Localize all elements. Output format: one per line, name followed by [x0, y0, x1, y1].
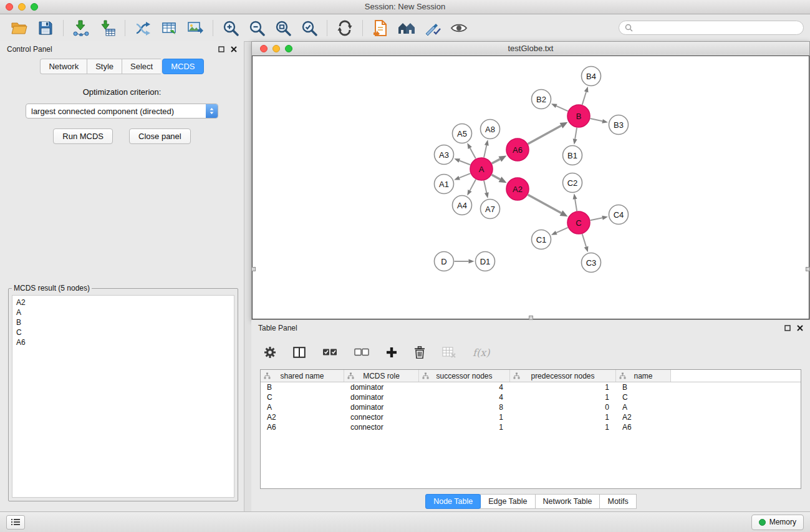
zoom-selected-icon — [301, 20, 317, 36]
edge-B-B3[interactable] — [591, 118, 603, 121]
column-header-predecessor-nodes[interactable]: predecessor nodes — [510, 370, 616, 382]
export-image-button[interactable] — [184, 17, 206, 39]
edge-A-A2[interactable] — [492, 175, 500, 179]
refresh-button[interactable] — [334, 17, 356, 39]
zoom-in-button[interactable] — [219, 17, 242, 39]
table-delete-icon — [442, 347, 456, 358]
deselect-all-button[interactable] — [354, 348, 369, 357]
control-panel-tab-network[interactable]: Network — [40, 59, 87, 74]
delete-column-button[interactable] — [414, 346, 425, 359]
delete-table-button[interactable] — [442, 347, 456, 358]
table-row[interactable]: Cdominator41C — [261, 392, 801, 402]
minimize-window-button[interactable] — [272, 45, 280, 52]
zoom-selected-button[interactable] — [298, 17, 321, 39]
control-panel-tab-style[interactable]: Style — [87, 59, 122, 74]
float-panel-button[interactable] — [218, 46, 224, 52]
titlebar: Session: New Session — [0, 0, 810, 14]
edge-A-A6[interactable] — [492, 159, 500, 163]
tab-motifs[interactable]: Motifs — [599, 494, 636, 509]
zoom-window-button[interactable] — [31, 3, 38, 11]
memory-button[interactable]: Memory — [751, 515, 804, 530]
new-network-button[interactable] — [132, 17, 154, 39]
column-header-mcds-role[interactable]: MCDS role — [344, 370, 419, 382]
import-network-button[interactable] — [70, 17, 92, 39]
table-row[interactable]: A6connector11A6 — [261, 422, 801, 432]
column-header-successor-nodes[interactable]: successor nodes — [419, 370, 510, 382]
mcds-result-item[interactable]: C — [16, 327, 230, 337]
column-header-name[interactable]: name — [616, 370, 671, 382]
mcds-result-item[interactable]: B — [16, 317, 230, 327]
edge-B-B4[interactable] — [582, 92, 586, 105]
close-panel-button-secondary[interactable]: Close panel — [129, 128, 191, 144]
float-icon — [218, 46, 224, 52]
run-mcds-button[interactable]: Run MCDS — [53, 128, 113, 144]
network-window-titlebar[interactable]: testGlobe.txt — [252, 42, 809, 56]
show-details-button[interactable] — [448, 17, 470, 39]
table-row[interactable]: A2connector11A2 — [261, 412, 801, 422]
float-panel-button[interactable] — [784, 325, 791, 331]
tab-node-table[interactable]: Node Table — [425, 494, 481, 509]
zoom-fit-button[interactable] — [272, 17, 294, 39]
open-session-button[interactable] — [8, 17, 31, 39]
add-column-button[interactable] — [386, 347, 397, 358]
table-settings-button[interactable] — [264, 346, 276, 359]
export-image-icon — [187, 21, 203, 36]
edge-B-B1[interactable] — [575, 128, 577, 139]
select-all-button[interactable] — [322, 348, 337, 357]
edge-B-B2[interactable] — [556, 106, 568, 111]
edge-A-A7[interactable] — [484, 181, 486, 193]
column-visibility-button[interactable] — [293, 347, 306, 358]
close-window-button[interactable] — [260, 45, 268, 52]
edge-C-C1[interactable] — [556, 228, 568, 233]
control-panel-tab-select[interactable]: Select — [122, 59, 161, 74]
control-panel-tab-mcds[interactable]: MCDS — [162, 59, 203, 74]
mcds-result-item[interactable]: A6 — [16, 337, 230, 347]
minimize-window-button[interactable] — [18, 3, 26, 11]
edge-C-C4[interactable] — [591, 218, 602, 220]
edge-A-A8[interactable] — [484, 145, 486, 158]
optimization-criterion-select[interactable]: largest connected component (directed) — [26, 104, 218, 118]
resize-handle[interactable] — [806, 267, 810, 271]
table-cell: 1 — [510, 392, 616, 402]
table-panel-title: Table Panel — [258, 324, 297, 332]
homes-button[interactable] — [395, 17, 418, 39]
mcds-result-list[interactable]: A2ABCA6 — [12, 295, 234, 498]
annotation-button[interactable] — [369, 17, 392, 39]
close-window-button[interactable] — [6, 3, 13, 11]
table-row[interactable]: Bdominator41B — [261, 382, 801, 392]
edge-arrowhead — [469, 259, 475, 264]
column-header-shared-name[interactable]: shared name — [261, 370, 344, 382]
edge-A-A5[interactable] — [470, 148, 476, 158]
resize-handle[interactable] — [251, 267, 256, 271]
edge-C-C3[interactable] — [582, 234, 586, 247]
tab-network-table[interactable]: Network Table — [535, 494, 600, 509]
edge-A6-B[interactable] — [528, 125, 561, 143]
edge-C-C2[interactable] — [575, 199, 577, 211]
zoom-window-button[interactable] — [285, 45, 292, 52]
search-field[interactable] — [619, 21, 804, 35]
save-session-button[interactable] — [34, 17, 57, 39]
edge-A-A3[interactable] — [460, 160, 471, 165]
edge-A-A1[interactable] — [460, 173, 471, 178]
edge-A-A4[interactable] — [470, 180, 476, 191]
task-history-button[interactable] — [6, 515, 25, 530]
mcds-result-item[interactable]: A2 — [16, 297, 230, 307]
zoom-out-button[interactable] — [246, 17, 268, 39]
table-row[interactable]: Adominator80A — [261, 402, 801, 412]
edge-A2-C[interactable] — [528, 195, 561, 213]
close-panel-button[interactable] — [231, 46, 237, 52]
table-cell: connector — [344, 412, 419, 422]
tab-edge-table[interactable]: Edge Table — [480, 494, 535, 509]
style-check-button[interactable] — [422, 17, 444, 39]
close-panel-button[interactable] — [797, 325, 803, 331]
import-table-button[interactable] — [96, 17, 118, 39]
mcds-result-item[interactable]: A — [16, 307, 230, 317]
function-builder-button[interactable]: f(x) — [473, 347, 489, 359]
search-input[interactable] — [637, 23, 798, 33]
network-from-table-button[interactable] — [158, 17, 180, 39]
network-canvas[interactable]: B4B2BB3A5A8A6B1A3AC2A1A2A4A7C4CC1DD1C3 — [252, 56, 809, 319]
memory-label: Memory — [769, 518, 796, 526]
node-label: A3 — [439, 150, 449, 160]
edge-arrowhead — [454, 176, 460, 180]
resize-handle[interactable] — [529, 316, 533, 320]
